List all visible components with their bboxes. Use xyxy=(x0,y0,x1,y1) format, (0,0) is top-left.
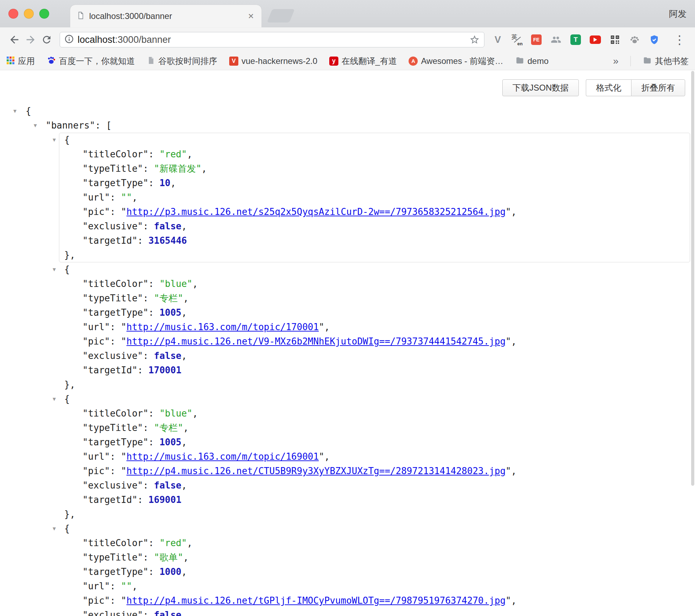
extension-translate-icon[interactable]: 英en xyxy=(511,34,523,46)
bookmark-label: demo xyxy=(528,56,549,66)
minimize-window-button[interactable] xyxy=(24,9,34,19)
json-line: "titleColor": "blue", xyxy=(0,277,695,291)
extension-youtube-icon[interactable] xyxy=(589,33,602,46)
json-object: ▼{"titleColor": "red","typeTitle": "歌单",… xyxy=(0,522,695,616)
json-punctuation: , xyxy=(181,350,187,361)
tab-title: localhost:3000/banner xyxy=(89,11,247,21)
bookmarks-overflow-chevron[interactable]: » xyxy=(613,55,618,67)
extension-shield-icon[interactable] xyxy=(648,33,661,46)
json-punctuation: : xyxy=(110,336,121,347)
format-button[interactable]: 格式化 xyxy=(586,79,631,96)
json-punctuation: " xyxy=(505,207,511,217)
collapse-triangle-icon[interactable]: ▼ xyxy=(53,262,56,277)
json-string-value: "red" xyxy=(159,538,187,548)
scrollbar[interactable] xyxy=(690,70,695,616)
json-line: }, xyxy=(0,507,695,522)
json-line: "pic": "http://p4.music.126.net/tGPljf-I… xyxy=(0,594,695,608)
json-line: "pic": "http://p4.music.126.net/CTU5B9R9… xyxy=(0,464,695,478)
bookmark-awesomes[interactable]: A Awesomes - 前端资… xyxy=(409,55,503,67)
reload-button[interactable] xyxy=(39,32,55,48)
json-line: "exclusive": false xyxy=(0,608,695,616)
bookmarks-bar: 应用 百度一下，你就知道 谷歌按时间排序 V vue-hackernews-2.… xyxy=(0,52,695,70)
bookmark-apps[interactable]: 应用 xyxy=(6,55,35,67)
browser-window: localhost:3000/banner × 阿发 localhost:300… xyxy=(0,0,695,616)
profile-name[interactable]: 阿发 xyxy=(669,0,687,27)
json-key: "pic" xyxy=(82,595,110,606)
collapse-triangle-icon[interactable]: ▼ xyxy=(53,133,56,147)
json-punctuation: : xyxy=(110,207,121,217)
json-number-value: 10 xyxy=(159,178,170,188)
bookmark-baidu[interactable]: 百度一下，你就知道 xyxy=(47,55,135,67)
tab-close-icon[interactable]: × xyxy=(247,11,255,21)
json-punctuation: : xyxy=(138,494,148,505)
zoom-window-button[interactable] xyxy=(39,9,49,19)
json-punctuation: : xyxy=(148,307,159,318)
extension-paw-icon[interactable] xyxy=(628,33,641,46)
json-url-link[interactable]: http://p3.music.126.net/s25q2x5QyqsAzilC… xyxy=(126,207,505,217)
page-icon xyxy=(147,56,155,66)
bookmark-vue-hackernews[interactable]: V vue-hackernews-2.0 xyxy=(229,56,317,66)
new-tab-button[interactable] xyxy=(267,9,294,22)
json-punctuation: : xyxy=(110,595,121,606)
other-bookmarks[interactable]: 其他书签 xyxy=(643,55,689,67)
json-url-link[interactable]: http://p4.music.126.net/V9-MXz6b2MNhEKju… xyxy=(126,336,505,347)
json-punctuation: , xyxy=(192,408,198,419)
json-line: "exclusive": false, xyxy=(0,219,695,234)
scrollbar-thumb[interactable] xyxy=(691,71,694,486)
back-button[interactable] xyxy=(6,32,22,48)
json-punctuation: " xyxy=(121,207,127,217)
youdao-icon: y xyxy=(329,57,338,66)
extension-vimium-icon[interactable]: V xyxy=(491,33,504,46)
json-key: "targetType" xyxy=(82,566,148,577)
json-line: "exclusive": false, xyxy=(0,349,695,363)
json-line: "targetId": 3165446 xyxy=(0,234,695,248)
json-object: ▼{"titleColor": "blue","typeTitle": "专栏"… xyxy=(0,392,695,522)
json-url-link[interactable]: http://p4.music.126.net/CTU5B9R9y3XyYBZX… xyxy=(126,466,505,476)
extension-qrcode-icon[interactable] xyxy=(609,33,621,46)
bookmark-star-icon[interactable] xyxy=(469,34,480,45)
extension-t-shield-icon[interactable]: T xyxy=(569,33,582,46)
bookmark-demo-folder[interactable]: demo xyxy=(515,56,549,66)
json-url-link[interactable]: http://music.163.com/m/topic/170001 xyxy=(126,322,319,332)
json-punctuation: " xyxy=(121,336,127,347)
extension-people-icon[interactable] xyxy=(550,33,562,46)
json-string-value: "blue" xyxy=(159,408,192,419)
forward-button[interactable] xyxy=(22,32,39,48)
close-window-button[interactable] xyxy=(8,9,18,19)
extension-fe-icon[interactable]: FE xyxy=(530,33,543,46)
json-punctuation: , xyxy=(511,595,517,606)
address-bar[interactable]: localhost:3000/banner xyxy=(60,32,484,47)
json-punctuation: " xyxy=(121,595,127,606)
bookmark-youdao[interactable]: y 在线翻译_有道 xyxy=(329,55,397,67)
json-url-link[interactable]: http://p4.music.126.net/tGPljf-IMOCyPvum… xyxy=(126,595,505,606)
json-number-value: false xyxy=(154,221,181,231)
json-punctuation: : xyxy=(148,408,159,419)
json-line: "pic": "http://p4.music.126.net/V9-MXz6b… xyxy=(0,334,695,349)
json-punctuation: , xyxy=(181,221,187,231)
collapse-triangle-icon[interactable]: ▼ xyxy=(53,522,56,536)
json-line: "url": "", xyxy=(0,579,695,594)
chrome-menu-icon[interactable]: ⋮ xyxy=(673,33,687,47)
json-punctuation: , xyxy=(187,149,192,159)
json-punctuation: , xyxy=(511,336,517,347)
json-punctuation: , xyxy=(181,566,187,577)
bookmark-google-sort[interactable]: 谷歌按时间排序 xyxy=(147,55,217,67)
json-key: "titleColor" xyxy=(82,149,148,159)
json-punctuation: , xyxy=(181,437,187,447)
collapse-triangle-icon[interactable]: ▼ xyxy=(13,104,16,118)
download-json-button[interactable]: 下载JSON数据 xyxy=(502,79,579,96)
browser-tab[interactable]: localhost:3000/banner × xyxy=(70,5,262,27)
json-url-link[interactable]: http://music.163.com/m/topic/169001 xyxy=(126,451,319,462)
json-number-value: 169001 xyxy=(148,494,181,505)
json-line: "targetType": 1005, xyxy=(0,435,695,450)
collapse-all-button[interactable]: 折叠所有 xyxy=(631,79,685,96)
url-text[interactable]: localhost:3000/banner xyxy=(78,34,171,45)
json-punctuation: : xyxy=(138,365,148,375)
collapse-triangle-icon[interactable]: ▼ xyxy=(34,118,37,133)
page-content: 下载JSON数据 格式化 折叠所有 ▼{▼"banners": [▼{"titl… xyxy=(0,70,695,616)
collapse-triangle-icon[interactable]: ▼ xyxy=(53,392,56,406)
json-key: "url" xyxy=(82,322,110,332)
json-punctuation: : xyxy=(143,610,154,616)
page-info-icon[interactable] xyxy=(64,34,74,45)
json-punctuation: , xyxy=(183,422,189,433)
